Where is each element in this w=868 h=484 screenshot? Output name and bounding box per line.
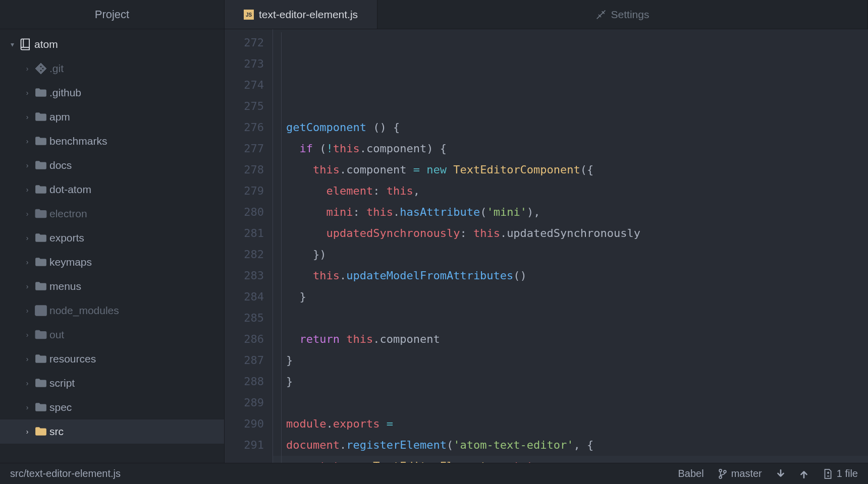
svg-rect-1 bbox=[39, 308, 43, 314]
git-push-icon[interactable] bbox=[799, 469, 808, 479]
tree-item-script[interactable]: ›script bbox=[0, 371, 224, 395]
chevron-right-icon: › bbox=[22, 379, 32, 387]
repo-icon bbox=[17, 38, 34, 51]
tree-item-out[interactable]: ›out bbox=[0, 323, 224, 347]
tree-root[interactable]: ▾atom bbox=[0, 32, 224, 56]
chevron-right-icon: › bbox=[22, 234, 32, 242]
tree-item-label: keymaps bbox=[49, 256, 92, 268]
svg-text:JS: JS bbox=[246, 12, 252, 18]
folder-icon bbox=[32, 330, 49, 340]
tree-item-dot-atom[interactable]: ›dot-atom bbox=[0, 177, 224, 202]
code-line[interactable]: module.exports = bbox=[286, 413, 868, 435]
tree-item-spec[interactable]: ›spec bbox=[0, 395, 224, 419]
line-number: 283 bbox=[225, 265, 264, 286]
tree-item-electron[interactable]: ›electron bbox=[0, 202, 224, 226]
code-line[interactable]: return this.component bbox=[286, 329, 868, 350]
editor-pane: JStext-editor-element.jsSettings 2722732… bbox=[225, 0, 868, 463]
chevron-right-icon: › bbox=[22, 331, 32, 339]
code-line[interactable] bbox=[286, 392, 868, 413]
tree-item-label: electron bbox=[49, 208, 87, 220]
svg-point-5 bbox=[719, 476, 722, 478]
tree-item-label: .github bbox=[49, 87, 81, 99]
code-line[interactable]: } bbox=[286, 371, 868, 392]
code-line[interactable]: this.component = new TextEditorComponent… bbox=[286, 159, 868, 180]
code-line[interactable]: } bbox=[286, 350, 868, 371]
folder-icon bbox=[32, 88, 49, 98]
folder-icon bbox=[32, 185, 49, 195]
tree-item-label: exports bbox=[49, 232, 84, 244]
folder-icon bbox=[32, 427, 49, 437]
svg-point-4 bbox=[719, 469, 722, 471]
js-icon: JS bbox=[244, 10, 254, 20]
file-tree[interactable]: ▾atom›.git›.github›apm›benchmarks›docs›d… bbox=[0, 29, 224, 463]
code-area[interactable]: getComponent () { if (!this.component) {… bbox=[273, 29, 868, 463]
tree-item-resources[interactable]: ›resources bbox=[0, 347, 224, 371]
tree-item-node-modules[interactable]: ›node_modules bbox=[0, 298, 224, 323]
tree-item-src[interactable]: ›src bbox=[0, 419, 224, 444]
tree-item--git[interactable]: ›.git bbox=[0, 56, 224, 81]
code-line[interactable] bbox=[286, 96, 868, 117]
chevron-down-icon: ▾ bbox=[7, 40, 17, 48]
code-line[interactable]: updatedSynchronously: this.updatedSynchr… bbox=[286, 223, 868, 244]
git-pull-icon[interactable] bbox=[776, 469, 785, 479]
chevron-right-icon: › bbox=[22, 137, 32, 145]
folder-icon bbox=[32, 233, 49, 243]
chevron-right-icon: › bbox=[22, 355, 32, 363]
tree-item-label: out bbox=[49, 329, 64, 341]
tree-item-benchmarks[interactable]: ›benchmarks bbox=[0, 129, 224, 153]
code-line[interactable]: if (!this.component) { bbox=[286, 138, 868, 159]
status-path[interactable]: src/text-editor-element.js bbox=[10, 468, 121, 479]
tab-bar: JStext-editor-element.jsSettings bbox=[225, 0, 868, 29]
code-line[interactable]: document.registerElement('atom-text-edit… bbox=[286, 435, 868, 456]
chevron-right-icon: › bbox=[22, 65, 32, 73]
tab-settings[interactable]: Settings bbox=[377, 0, 868, 29]
status-bar: src/text-editor-element.js Babel master bbox=[0, 463, 868, 484]
code-line[interactable]: } bbox=[286, 286, 868, 308]
tab-text-editor-element-js[interactable]: JStext-editor-element.js bbox=[225, 0, 377, 29]
line-number: 273 bbox=[225, 53, 264, 75]
status-grammar[interactable]: Babel bbox=[678, 468, 703, 479]
text-editor[interactable]: 2722732742752762772782792802812822832842… bbox=[225, 29, 868, 463]
status-branch[interactable]: master bbox=[718, 468, 762, 479]
tree-item-docs[interactable]: ›docs bbox=[0, 153, 224, 177]
tree-item-exports[interactable]: ›exports bbox=[0, 226, 224, 250]
chevron-right-icon: › bbox=[22, 307, 32, 315]
tab-label: text-editor-element.js bbox=[259, 9, 358, 21]
folder-icon bbox=[32, 281, 49, 291]
chevron-right-icon: › bbox=[22, 89, 32, 97]
code-line[interactable]: this.updateModelFromAttributes() bbox=[286, 265, 868, 286]
code-line[interactable] bbox=[286, 308, 868, 329]
code-line[interactable]: }) bbox=[286, 244, 868, 265]
tree-root-label: atom bbox=[34, 38, 58, 50]
sidebar-title: Project bbox=[0, 0, 224, 29]
status-files[interactable]: 1 file bbox=[823, 468, 858, 479]
tree-item-menus[interactable]: ›menus bbox=[0, 274, 224, 298]
code-line[interactable]: mini: this.hasAttribute('mini'), bbox=[286, 202, 868, 223]
project-sidebar: Project ▾atom›.git›.github›apm›benchmark… bbox=[0, 0, 225, 463]
code-line[interactable]: getComponent () { bbox=[286, 117, 868, 138]
tab-label: Settings bbox=[611, 9, 649, 21]
chevron-right-icon: › bbox=[22, 428, 32, 436]
chevron-right-icon: › bbox=[22, 186, 32, 194]
tree-item--github[interactable]: ›.github bbox=[0, 81, 224, 105]
tree-item-label: node_modules bbox=[49, 305, 119, 317]
tree-item-label: script bbox=[49, 377, 75, 389]
chevron-right-icon: › bbox=[22, 210, 32, 218]
settings-icon bbox=[596, 10, 606, 20]
submodule-icon bbox=[32, 305, 49, 316]
chevron-right-icon: › bbox=[22, 282, 32, 290]
diff-icon bbox=[823, 468, 833, 479]
chevron-right-icon: › bbox=[22, 403, 32, 411]
line-number: 275 bbox=[225, 96, 264, 117]
line-number: 287 bbox=[225, 350, 264, 371]
tree-item-label: spec bbox=[49, 401, 72, 413]
code-line[interactable]: prototype: TextEditorElement.prototype bbox=[273, 456, 868, 463]
tree-item-label: menus bbox=[49, 280, 81, 292]
line-number: 281 bbox=[225, 223, 264, 244]
code-line[interactable]: element: this, bbox=[286, 180, 868, 202]
tree-item-keymaps[interactable]: ›keymaps bbox=[0, 250, 224, 274]
line-number: 280 bbox=[225, 202, 264, 223]
tree-item-apm[interactable]: ›apm bbox=[0, 105, 224, 129]
tree-item-label: dot-atom bbox=[49, 184, 91, 196]
line-number: 286 bbox=[225, 329, 264, 350]
